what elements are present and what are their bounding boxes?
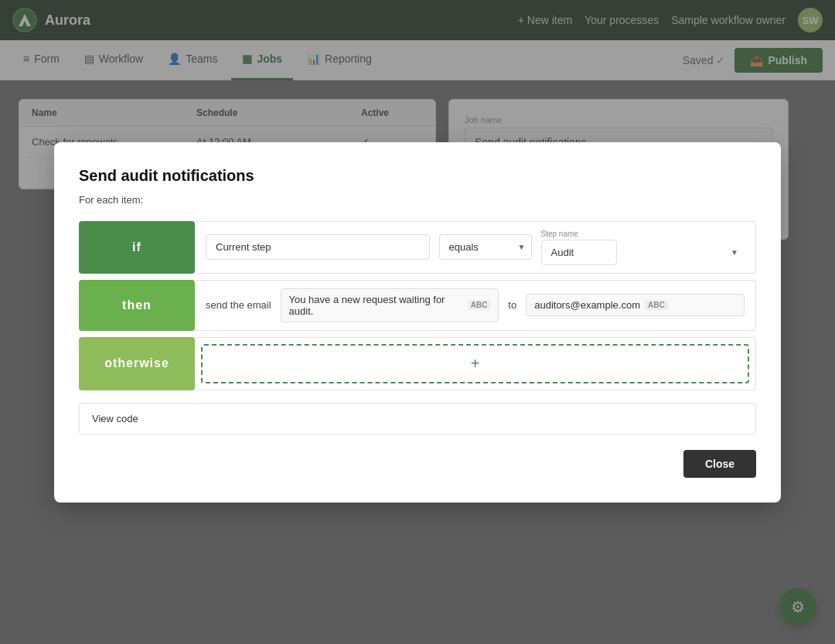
current-step-input[interactable] (206, 234, 430, 260)
then-action-text: send the email (206, 299, 271, 311)
email-to-badge: ABC (645, 300, 668, 310)
equals-select-wrapper: equals not equals contains ▼ (439, 234, 532, 260)
otherwise-row: otherwise + (79, 337, 756, 390)
modal-dialog: Send audit notifications For each item: … (54, 142, 781, 503)
then-label: then (79, 280, 195, 331)
email-body-badge: ABC (468, 300, 491, 310)
view-code-label: View code (92, 413, 138, 424)
then-content: send the email You have a new request wa… (195, 280, 756, 331)
step-name-select[interactable]: Audit Review Approval (541, 240, 617, 265)
add-otherwise-button[interactable]: + (201, 344, 749, 383)
view-code-row[interactable]: View code (79, 403, 756, 434)
step-name-label: Step name (541, 230, 745, 238)
otherwise-content: + (195, 337, 756, 390)
modal-overlay: Send audit notifications For each item: … (0, 0, 835, 644)
if-label: if (79, 221, 195, 274)
otherwise-label: otherwise (79, 337, 195, 390)
email-body-text: You have a new request waiting for audit… (289, 294, 463, 317)
to-label: to (508, 299, 516, 311)
then-row: then send the email You have a new reque… (79, 280, 756, 331)
email-body-chip[interactable]: You have a new request waiting for audit… (281, 288, 499, 322)
step-name-select-wrapper: Audit Review Approval ▼ (541, 240, 745, 265)
if-row: if equals not equals contains ▼ Step nam… (79, 221, 756, 274)
step-name-group: Step name Audit Review Approval ▼ (541, 230, 745, 265)
email-to-text: auditors@example.com (534, 299, 640, 311)
modal-subtitle: For each item: (79, 194, 756, 206)
close-button[interactable]: Close (683, 450, 756, 478)
modal-title: Send audit notifications (79, 167, 756, 185)
if-content: equals not equals contains ▼ Step name A… (195, 221, 756, 274)
modal-footer: Close (79, 450, 756, 478)
step-name-chevron-icon: ▼ (731, 248, 738, 257)
email-to-chip[interactable]: auditors@example.com ABC (526, 294, 745, 316)
equals-select[interactable]: equals not equals contains (439, 234, 532, 260)
